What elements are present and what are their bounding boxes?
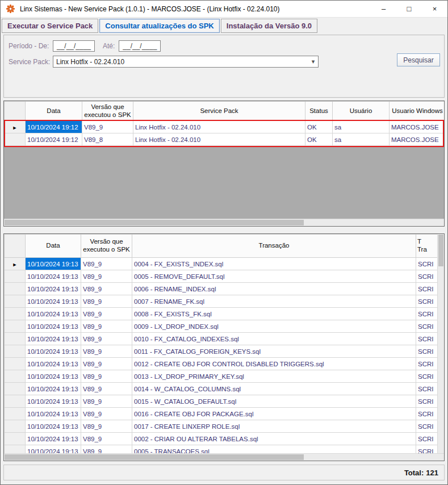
row-selector-cell[interactable]: ► bbox=[5, 133, 26, 146]
table-row[interactable]: ► 10/10/2024 19:13 V89_9 0012 - CREATE O… bbox=[5, 358, 438, 370]
cell-versao[interactable]: V89_9 bbox=[81, 320, 132, 333]
column-header-status[interactable]: Status bbox=[305, 102, 333, 121]
cell-service-pack[interactable]: Linx Hotfix - 02.24.010 bbox=[133, 121, 305, 133]
cell-transacao[interactable]: 0013 - LX_DROP_PRIMARY_KEY.sql bbox=[132, 370, 416, 383]
cell-versao[interactable]: V89_9 bbox=[81, 370, 132, 383]
column-header-versao[interactable]: Versão que executou o SPK bbox=[81, 235, 132, 258]
cell-versao[interactable]: V89_9 bbox=[81, 395, 132, 408]
cell-versao[interactable]: V89_9 bbox=[81, 295, 132, 308]
cell-data[interactable]: 10/10/2024 19:13 bbox=[26, 408, 81, 420]
cell-transacao[interactable]: 0012 - CREATE OBJ FOR CONTROL DISABLED T… bbox=[132, 358, 416, 370]
cell-tipo[interactable]: SCRI bbox=[416, 420, 438, 433]
column-header-usuario[interactable]: Usuário bbox=[333, 102, 390, 121]
cell-transacao[interactable]: 0016 - CREATE OBJ FOR PACKAGE.sql bbox=[132, 408, 416, 420]
row-selector-header[interactable] bbox=[5, 235, 26, 258]
cell-versao[interactable]: V89_9 bbox=[81, 345, 132, 358]
cell-tipo[interactable]: SCRI bbox=[416, 333, 438, 345]
cell-transacao[interactable]: 0014 - W_CATALOG_COLUMNS.sql bbox=[132, 383, 416, 395]
table-row[interactable]: ► 10/10/2024 19:13 V89_9 0002 - CRIAR OU… bbox=[5, 433, 438, 445]
row-selector-cell[interactable]: ► bbox=[5, 121, 26, 133]
cell-versao[interactable]: V89_9 bbox=[82, 121, 133, 133]
cell-tipo[interactable]: SCRI bbox=[416, 383, 438, 395]
cell-versao[interactable]: V89_9 bbox=[81, 270, 132, 283]
cell-status[interactable]: OK bbox=[305, 121, 333, 133]
row-selector-cell[interactable]: ► bbox=[5, 408, 26, 420]
cell-versao[interactable]: V89_9 bbox=[81, 308, 132, 320]
row-selector-cell[interactable]: ► bbox=[5, 358, 26, 370]
tab-instalacao-versao-9[interactable]: Instalação da Versão 9.0 bbox=[221, 19, 317, 33]
column-header-usuario-windows[interactable]: Usuario Windows bbox=[390, 102, 445, 121]
row-selector-cell[interactable]: ► bbox=[5, 320, 26, 333]
close-button[interactable]: × bbox=[422, 1, 447, 17]
row-selector-cell[interactable]: ► bbox=[5, 258, 26, 270]
row-selector-cell[interactable]: ► bbox=[5, 420, 26, 433]
cell-transacao[interactable]: 0006 - RENAME_INDEX.sql bbox=[132, 283, 416, 295]
cell-usuario[interactable]: sa bbox=[333, 121, 390, 133]
cell-tipo[interactable]: SCRI bbox=[416, 358, 438, 370]
cell-transacao[interactable]: 0009 - LX_DROP_INDEX.sql bbox=[132, 320, 416, 333]
row-selector-cell[interactable]: ► bbox=[5, 308, 26, 320]
cell-data[interactable]: 10/10/2024 19:13 bbox=[26, 370, 81, 383]
column-header-service-pack[interactable]: Service Pack bbox=[133, 102, 305, 121]
cell-tipo[interactable]: SCRI bbox=[416, 308, 438, 320]
table-row[interactable]: ► 10/10/2024 19:13 V89_9 0007 - RENAME_F… bbox=[5, 295, 438, 308]
table-row[interactable]: ► 10/10/2024 19:13 V89_9 0015 - W_CATALO… bbox=[5, 395, 438, 408]
cell-data[interactable]: 10/10/2024 19:13 bbox=[26, 420, 81, 433]
cell-data[interactable]: 10/10/2024 19:13 bbox=[26, 320, 81, 333]
row-selector-cell[interactable]: ► bbox=[5, 333, 26, 345]
table-row[interactable]: ► 10/10/2024 19:13 V89_9 0011 - FX_CATAL… bbox=[5, 345, 438, 358]
executions-horizontal-scrollbar[interactable] bbox=[4, 219, 444, 226]
column-header-versao[interactable]: Versão que executou o SPK bbox=[82, 102, 133, 121]
table-row[interactable]: ► 10/10/2024 19:13 V89_9 0005 - REMOVE_D… bbox=[5, 270, 438, 283]
row-selector-cell[interactable]: ► bbox=[5, 395, 26, 408]
table-row[interactable]: ► 10/10/2024 19:13 V89_9 0009 - LX_DROP_… bbox=[5, 320, 438, 333]
column-header-data[interactable]: Data bbox=[26, 102, 82, 121]
scrollbar-thumb[interactable] bbox=[5, 220, 304, 225]
period-to-input[interactable] bbox=[119, 40, 161, 52]
cell-versao[interactable]: V89_9 bbox=[81, 408, 132, 420]
cell-data[interactable]: 10/10/2024 19:13 bbox=[26, 358, 81, 370]
cell-versao[interactable]: V89_9 bbox=[81, 258, 132, 270]
cell-tipo[interactable]: SCRI bbox=[416, 445, 438, 454]
cell-data[interactable]: 10/10/2024 19:13 bbox=[26, 258, 81, 270]
table-row[interactable]: ► 10/10/2024 19:13 V89_9 0006 - RENAME_I… bbox=[5, 283, 438, 295]
cell-versao[interactable]: V89_9 bbox=[81, 358, 132, 370]
cell-transacao[interactable]: 0008 - FX_EXISTS_FK.sql bbox=[132, 308, 416, 320]
cell-transacao[interactable]: 0004 - FX_EXISTS_INDEX.sql bbox=[132, 258, 416, 270]
cell-versao[interactable]: V89_9 bbox=[81, 420, 132, 433]
period-from-input[interactable] bbox=[53, 40, 95, 52]
table-row[interactable]: ► 10/10/2024 19:13 V89_9 0017 - CREATE L… bbox=[5, 420, 438, 433]
table-row[interactable]: ► 10/10/2024 19:13 V89_9 0013 - LX_DROP_… bbox=[5, 370, 438, 383]
row-selector-cell[interactable]: ► bbox=[5, 383, 26, 395]
tab-executar-service-pack[interactable]: Executar o Service Pack bbox=[2, 19, 98, 33]
cell-tipo[interactable]: SCRI bbox=[416, 258, 438, 270]
cell-data[interactable]: 10/10/2024 19:13 bbox=[26, 445, 81, 454]
row-selector-cell[interactable]: ► bbox=[5, 345, 26, 358]
row-selector-cell[interactable]: ► bbox=[5, 270, 26, 283]
cell-versao[interactable]: V89_9 bbox=[81, 433, 132, 445]
row-selector-cell[interactable]: ► bbox=[5, 433, 26, 445]
cell-transacao[interactable]: 0005 - TRANSACOES.sql bbox=[132, 445, 416, 454]
row-selector-cell[interactable]: ► bbox=[5, 283, 26, 295]
cell-tipo[interactable]: SCRI bbox=[416, 408, 438, 420]
cell-tipo[interactable]: SCRI bbox=[416, 320, 438, 333]
cell-data[interactable]: 10/10/2024 19:13 bbox=[26, 383, 81, 395]
cell-tipo[interactable]: SCRI bbox=[416, 295, 438, 308]
cell-tipo[interactable]: SCRI bbox=[416, 433, 438, 445]
scrollbar-thumb[interactable] bbox=[438, 235, 443, 266]
cell-versao[interactable]: V89_9 bbox=[81, 445, 132, 454]
cell-usuario-windows[interactable]: MARCOS.JOSE bbox=[390, 121, 445, 133]
table-row[interactable]: ► 10/10/2024 19:13 V89_9 0016 - CREATE O… bbox=[5, 408, 438, 420]
cell-tipo[interactable]: SCRI bbox=[416, 395, 438, 408]
tab-consultar-atualizacoes-spk[interactable]: Consultar atualizações do SPK bbox=[99, 19, 219, 33]
cell-service-pack[interactable]: Linx Hotfix - 02.24.010 bbox=[133, 133, 305, 146]
cell-tipo[interactable]: SCRI bbox=[416, 345, 438, 358]
cell-data[interactable]: 10/10/2024 19:12 bbox=[26, 121, 82, 133]
cell-versao[interactable]: V89_9 bbox=[81, 383, 132, 395]
row-selector-cell[interactable]: ► bbox=[5, 295, 26, 308]
cell-tipo[interactable]: SCRI bbox=[416, 283, 438, 295]
cell-transacao[interactable]: 0010 - FX_CATALOG_INDEXES.sql bbox=[132, 333, 416, 345]
cell-status[interactable]: OK bbox=[305, 133, 333, 146]
table-row[interactable]: ► 10/10/2024 19:13 V89_9 0008 - FX_EXIST… bbox=[5, 308, 438, 320]
pesquisar-button[interactable]: Pesquisar bbox=[397, 53, 440, 66]
